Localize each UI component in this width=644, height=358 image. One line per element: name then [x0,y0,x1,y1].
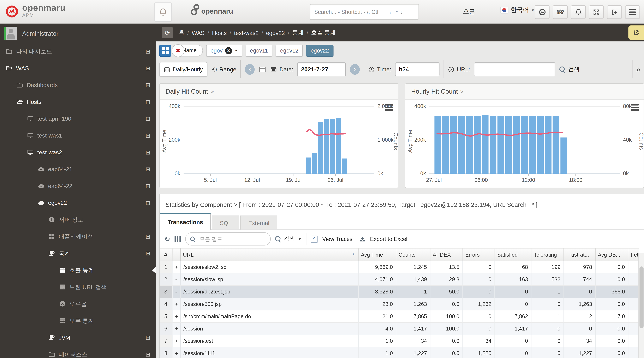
url-cell[interactable]: /sht/cmm/main/mainPage.do [180,310,358,323]
sidebar-item-applications[interactable]: 애플리케이션⊞ [0,228,156,245]
tab-transactions[interactable]: Transactions [160,213,211,230]
column-header-URL[interactable]: URL▲ [180,248,358,261]
breadcrumb-item[interactable]: 호출 통계 [311,29,336,36]
sidebar-item-jvm[interactable]: JVM⊞ [0,329,156,346]
layout-grid-button[interactable] [160,44,171,56]
sidebar-item-hosts[interactable]: Hosts⊟ [0,94,156,110]
url-cell[interactable]: /session/test [180,335,358,347]
collapse-icon[interactable]: ⊟ [146,195,150,211]
expand-icon[interactable]: ⊞ [146,329,150,346]
expand-icon[interactable]: ⊞ [146,110,150,127]
tab-external[interactable]: External [240,216,277,229]
menu-button[interactable] [625,5,640,19]
column-header-Errors[interactable]: Errors [462,248,494,261]
column-header-Avg DB...[interactable]: Avg DB... [595,248,628,261]
sidebar-item-eap64-22[interactable]: eap64-22⊞ [0,178,156,195]
url-cell[interactable]: /session/slow2.jsp [180,261,358,273]
global-search-input[interactable] [310,4,427,19]
breadcrumb-item[interactable]: Hosts [212,29,226,36]
collapse-icon[interactable]: ⊟ [146,245,150,262]
filter-group-egov[interactable]: egov 3 ▼ [206,44,242,56]
sidebar-item-server-info[interactable]: 서버 정보 [0,211,156,228]
expand-row-toggle[interactable]: + [172,323,180,335]
collapse-icon[interactable]: ⊟ [146,60,150,77]
table-row[interactable]: 6+/session4.01,417100.001,417000.0 [160,323,639,335]
column-header-Counts[interactable]: Counts [396,248,430,261]
expand-icon[interactable]: ⊞ [146,77,150,94]
table-row[interactable]: 7+/session/test1.0340.03400340.0 [160,335,639,347]
openmaru-home-button[interactable] [535,5,550,19]
expand-icon[interactable]: ⊞ [146,228,150,245]
sidebar-item-egov22[interactable]: egov22⊟ [0,195,156,211]
column-header-expand[interactable] [172,248,180,261]
calendar-outline-icon[interactable] [259,66,266,73]
columns-icon[interactable] [174,236,180,242]
expand-row-toggle[interactable]: + [172,335,180,347]
sidebar-item-dashboards[interactable]: Dashboards⊞ [0,77,156,94]
scrollbar-thumb[interactable] [639,266,644,328]
expand-icon[interactable]: ⊞ [146,127,150,144]
collapse-row-toggle[interactable]: - [172,273,180,286]
time-input[interactable] [395,62,440,76]
language-selector[interactable]: 한국어 ▼ [500,6,535,14]
view-traces-label[interactable]: View Traces [322,236,352,242]
chart-header[interactable]: Hourly Hit Count > [406,84,644,100]
url-cell[interactable]: /session/slow.jsp [180,273,358,286]
date-input[interactable] [297,62,346,76]
table-row[interactable]: 4+/session/500.jsp28.01,2630.01,262001,2… [160,298,639,310]
logout-button[interactable] [607,5,622,19]
range-button[interactable]: ⟲ Range [212,65,236,73]
expand-row-toggle[interactable]: + [172,347,180,358]
sidebar-item-slow-url-search[interactable]: 느린 URL 검색 [0,279,156,296]
settings-button[interactable]: ⚙ [628,25,644,40]
daily-hourly-button[interactable]: Daily/Hourly [160,62,208,77]
field-search-input[interactable] [199,235,254,242]
expand-icon[interactable]: ⊞ [146,178,150,195]
breadcrumb-item[interactable]: 홈 [179,29,184,36]
table-row[interactable]: 5+/sht/cmm/main/mainPage.do21.07,865100.… [160,310,639,323]
breadcrumb-item[interactable]: egov22 [266,29,285,36]
expand-row-toggle[interactable]: + [172,310,180,323]
refresh-icon[interactable]: ↻ [164,235,170,243]
column-header-Tolerating[interactable]: Tolerating [531,248,564,261]
url-cell[interactable]: /session [180,323,358,335]
next-date-button[interactable]: › [350,64,360,75]
sidebar-item-test-was1[interactable]: test-was1⊞ [0,127,156,144]
sidebar-item-test-was2[interactable]: test-was2⊟ [0,144,156,161]
column-header-#[interactable]: # [160,248,172,261]
chart-header[interactable]: Daily Hit Count > [160,84,398,100]
table-row[interactable]: 3-/session/db2test.jsp3,328.0150.0001036… [160,286,639,298]
table-scrollbar[interactable] [638,253,644,358]
url-cell[interactable]: /session/500.jsp [180,298,358,310]
collapse-icon[interactable]: ⊟ [146,94,150,110]
url-cell[interactable]: /session/1111 [180,347,358,358]
sidebar-item-error-statistics[interactable]: 오류 통계 [0,312,156,329]
column-header-Avg Time[interactable]: Avg Time [358,248,396,261]
export-to-excel-button[interactable]: Export to Excel [370,236,407,242]
url-input[interactable] [474,62,556,76]
sidebar-item-test-apm-190[interactable]: test-apm-190⊞ [0,110,156,127]
remove-icon[interactable]: ✖ [172,44,184,57]
collapse-row-toggle[interactable]: - [172,286,180,298]
openmaru-logo[interactable]: openmaru APM [5,3,66,18]
chart-menu-icon[interactable] [631,104,638,111]
chart-menu-icon[interactable] [385,104,393,111]
expand-row-toggle[interactable]: + [172,261,180,273]
instance-chip-egov11[interactable]: egov11 [246,44,272,56]
sidebar-item-call-statistics[interactable]: 호출 통계 [0,262,156,279]
breadcrumb-item[interactable]: 통계 [292,29,304,36]
column-header-APDEX[interactable]: APDEX [430,248,462,261]
sidebar-item-error-rate[interactable]: 오류율 [0,296,156,312]
search-button[interactable]: 검색 [560,66,580,73]
alerts-button[interactable] [571,5,586,19]
url-cell[interactable]: /session/db2test.jsp [180,286,358,298]
fullscreen-button[interactable] [589,5,604,19]
expand-panel-button[interactable]: » [632,60,644,78]
table-row[interactable]: 2-/session/slow.jsp4,071.01,43929.801635… [160,273,639,286]
user-row[interactable]: Administrator [0,24,156,43]
column-header-Satisfied[interactable]: Satisfied [494,248,531,261]
expand-icon[interactable]: ⊞ [146,43,150,60]
instance-chip-egov12[interactable]: egov12 [276,44,303,56]
notification-bell-button[interactable] [154,2,172,22]
sidebar-item-eap64-21[interactable]: eap64-21⊞ [0,161,156,178]
